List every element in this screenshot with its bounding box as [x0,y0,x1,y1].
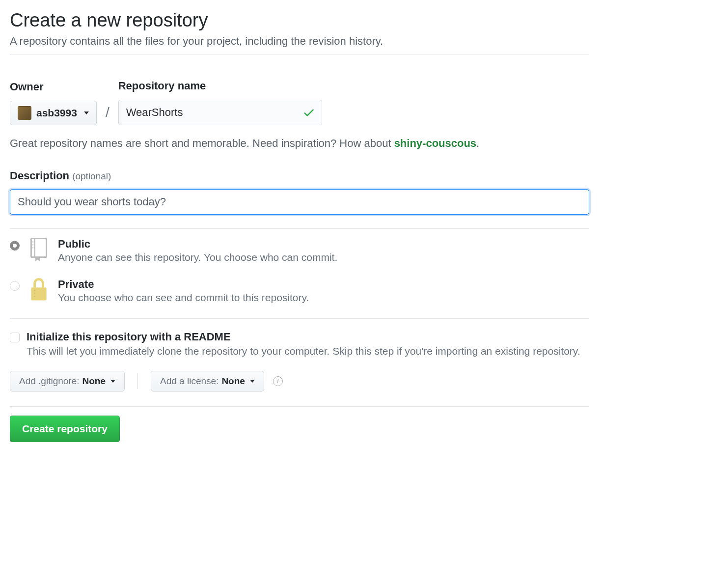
repo-name-input[interactable] [118,100,322,125]
public-title: Public [58,238,589,251]
private-radio[interactable] [10,281,20,291]
public-radio[interactable] [10,241,20,251]
lock-icon [28,278,49,302]
caret-down-icon [250,380,255,383]
repo-name-label: Repository name [118,80,322,92]
gitignore-select[interactable]: Add .gitignore: None [10,371,125,392]
svg-point-2 [32,241,33,242]
divider [10,318,589,319]
public-desc: Anyone can see this repository. You choo… [58,252,589,263]
svg-point-4 [32,247,33,248]
svg-point-6 [34,290,35,291]
caret-down-icon [110,380,115,383]
readme-checkbox[interactable] [10,333,20,342]
vertical-divider [137,373,138,389]
visibility-private-option[interactable]: Private You choose who can see and commi… [10,278,589,304]
create-repository-button[interactable]: Create repository [10,416,120,442]
visibility-public-option[interactable]: Public Anyone can see this repository. Y… [10,238,589,263]
readme-title: Initialize this repository with a README [27,331,589,343]
owner-label: Owner [10,81,97,93]
owner-select-button[interactable]: asb3993 [10,101,97,125]
private-title: Private [58,278,589,291]
check-icon [302,106,315,119]
slash-separator: / [102,105,113,125]
svg-rect-5 [31,287,46,300]
caret-down-icon [84,112,89,114]
page-subtitle: A repository contains all the files for … [10,35,589,48]
private-desc: You choose who can see and commit to thi… [58,292,589,304]
repo-icon [28,238,49,261]
suggestion-link[interactable]: shiny-couscous [394,137,476,149]
info-icon[interactable]: i [273,376,283,386]
avatar [18,106,31,120]
divider [10,228,589,229]
description-input[interactable] [10,189,589,215]
divider [10,406,589,407]
owner-username: asb3993 [36,107,77,119]
page-title: Create a new repository [10,10,589,31]
description-label: Description (optional) [10,169,589,182]
svg-point-8 [34,296,35,297]
svg-point-3 [32,244,33,245]
divider [10,55,589,55]
readme-desc: This will let you immediately clone the … [27,345,589,357]
name-hint: Great repository names are short and mem… [10,137,589,150]
license-select[interactable]: Add a license: None [151,371,264,392]
svg-point-7 [34,293,35,294]
